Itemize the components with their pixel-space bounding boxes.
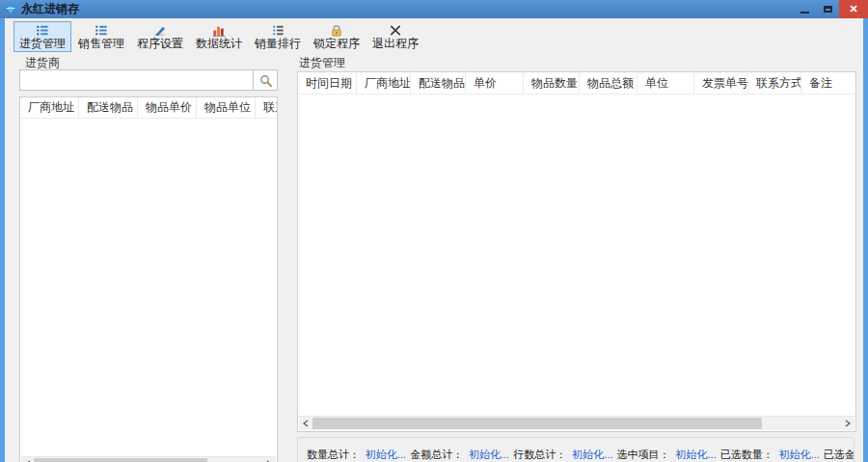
status-value: 初始化... (366, 448, 406, 462)
toolbar-label: 锁定程序 (313, 38, 360, 50)
lock-icon (329, 23, 344, 38)
toolbar-label: 数据统计 (196, 38, 242, 50)
minimize-button[interactable] (793, 0, 816, 18)
status-item-selected-amount: 已选金额： 初始化... (824, 448, 854, 462)
status-label: 已选金额： (824, 448, 854, 462)
close-button[interactable]: ✕ (839, 0, 868, 18)
ranking-icon (270, 23, 285, 38)
window-border-right (863, 18, 868, 462)
app-diamond-icon (5, 4, 16, 15)
status-label: 已选数量： (720, 448, 773, 462)
status-value: 初始化... (469, 448, 509, 462)
column-header[interactable]: 发票单号 (694, 72, 748, 94)
status-item-quantity-total: 数量总计： 初始化... (307, 448, 406, 462)
minimize-icon (800, 12, 809, 14)
window-title: 永红进销存 (21, 1, 79, 17)
status-item-row-count: 行数总计： 初始化... (513, 448, 612, 462)
purchase-table-header: 时间日期 厂商地址 配送物品 单价 物品数量 物品总额 单位 发票单号 联系方式… (298, 72, 855, 95)
scrollbar-thumb[interactable] (312, 418, 762, 429)
toolbar-button-purchase-manage[interactable]: 进货管理 (14, 21, 71, 52)
titlebar[interactable]: 永红进销存 ✕ (0, 0, 868, 18)
status-label: 行数总计： (513, 448, 566, 462)
supplier-search-button[interactable] (253, 69, 278, 91)
status-item-selected-quantity: 已选数量： 初始化... (720, 448, 820, 462)
toolbar-label: 销量排行 (255, 38, 301, 50)
scrollbar-thumb[interactable] (34, 458, 207, 462)
status-item-selected-items: 选中项目： 初始化... (617, 448, 717, 462)
toolbar-label: 退出程序 (372, 38, 419, 50)
supplier-table-body (20, 119, 277, 455)
close-icon: ✕ (849, 4, 857, 14)
purchase-table-hscrollbar[interactable] (299, 416, 854, 430)
toolbar-button-statistics[interactable]: 数据统计 (190, 21, 248, 52)
status-label: 金额总计： (410, 448, 463, 462)
supplier-table: 厂商地址 配送物品 物品单价 物品单位 联系方式 (19, 96, 278, 462)
status-row: 数量总计： 初始化... 金额总计： 初始化... 行数总计： 初始化... 选… (298, 438, 854, 462)
main-toolbar: 进货管理 销售管理 程序设置 数据统计 销量排行 (14, 21, 424, 52)
column-header[interactable]: 联系方式 (748, 72, 801, 94)
status-panel: 数量总计： 初始化... 金额总计： 初始化... 行数总计： 初始化... 选… (297, 437, 854, 462)
column-header[interactable]: 单价 (466, 72, 524, 94)
toolbar-button-ranking[interactable]: 销量排行 (249, 21, 307, 52)
column-header[interactable]: 备注 (801, 72, 855, 94)
status-value: 初始化... (676, 448, 717, 462)
supplier-table-header: 厂商地址 配送物品 物品单价 物品单位 联系方式 (20, 97, 277, 119)
scroll-right-arrow-icon[interactable] (841, 417, 854, 430)
status-value: 初始化... (779, 448, 820, 462)
scroll-right-arrow-icon[interactable] (262, 457, 276, 462)
right-panel-title: 进货管理 (299, 55, 345, 71)
status-value: 初始化... (572, 448, 612, 462)
toolbar-button-lock[interactable]: 锁定程序 (308, 21, 366, 52)
maximize-button[interactable] (816, 0, 839, 18)
column-header[interactable]: 时间日期 (298, 72, 357, 94)
window-border-left (0, 18, 5, 462)
maximize-icon (824, 6, 832, 13)
scroll-left-arrow-icon[interactable] (299, 417, 312, 430)
column-header[interactable]: 配送物品 (79, 97, 138, 118)
supplier-search-row (19, 69, 278, 91)
toolbar-button-settings[interactable]: 程序设置 (131, 21, 189, 52)
toolbar-button-exit[interactable]: 退出程序 (366, 21, 424, 52)
column-header[interactable]: 厂商地址 (357, 72, 411, 94)
purchase-table-body (298, 95, 855, 418)
status-label: 选中项目： (617, 448, 670, 462)
supplier-search-input[interactable] (19, 69, 253, 91)
search-icon (258, 73, 273, 88)
status-item-amount-total: 金额总计： 初始化... (410, 448, 509, 462)
settings-icon (152, 23, 168, 38)
sales-manage-icon (94, 23, 109, 38)
toolbar-label: 销售管理 (78, 38, 124, 50)
purchase-table: 时间日期 厂商地址 配送物品 单价 物品数量 物品总额 单位 发票单号 联系方式… (297, 71, 856, 432)
purchase-manage-icon (35, 23, 50, 38)
column-header[interactable]: 物品单位 (197, 97, 256, 118)
column-header[interactable]: 物品单价 (138, 97, 197, 118)
column-header[interactable]: 单位 (637, 72, 694, 94)
status-label: 数量总计： (307, 448, 360, 462)
exit-icon (388, 23, 403, 38)
toolbar-label: 进货管理 (19, 38, 66, 50)
toolbar-button-sales-manage[interactable]: 销售管理 (72, 21, 130, 52)
column-header[interactable]: 联系方式 (256, 97, 277, 118)
toolbar-label: 程序设置 (137, 38, 183, 50)
window-controls: ✕ (793, 0, 868, 18)
scroll-left-arrow-icon[interactable] (21, 457, 35, 462)
column-header[interactable]: 厂商地址 (20, 97, 79, 118)
statistics-icon (211, 23, 227, 38)
column-header[interactable]: 物品总额 (580, 72, 637, 94)
supplier-table-hscrollbar[interactable] (21, 456, 276, 462)
column-header[interactable]: 配送物品 (411, 72, 466, 94)
column-header[interactable]: 物品数量 (524, 72, 580, 94)
